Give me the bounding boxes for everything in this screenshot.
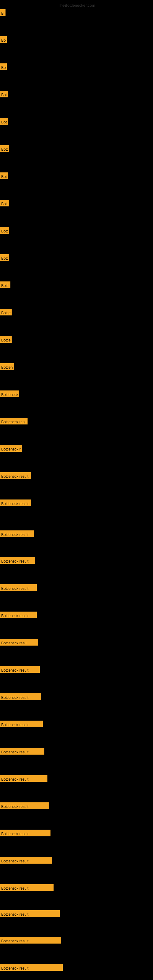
- bottleneck-label-22: Bottleneck result: [0, 584, 37, 591]
- bottleneck-label-28: Bottleneck result: [0, 748, 45, 755]
- bottleneck-label-20: Bottleneck result: [0, 530, 33, 537]
- bottleneck-label-23: Bottleneck result: [0, 612, 37, 618]
- bottleneck-label-35: Bottleneck result: [0, 937, 61, 943]
- bottleneck-label-31: Bottleneck result: [0, 830, 51, 836]
- bottleneck-label-8: Bott: [0, 200, 9, 207]
- bottleneck-label-21: Bottleneck result: [0, 557, 35, 564]
- bottleneck-label-3: Bo: [0, 64, 7, 70]
- bottleneck-label-1: B: [0, 9, 5, 16]
- bottleneck-label-19: Bottleneck result: [0, 500, 31, 506]
- bottleneck-label-32: Bottleneck result: [0, 857, 52, 864]
- bottleneck-label-16: Bottleneck resu: [0, 418, 27, 425]
- bottleneck-label-17: Bottleneck r: [0, 445, 22, 452]
- bottleneck-label-2: Bo: [0, 36, 7, 43]
- bottleneck-label-26: Bottleneck result: [0, 694, 41, 700]
- bottleneck-label-11: Bottl: [0, 282, 10, 288]
- bottleneck-label-24: Bottleneck resu: [0, 639, 38, 646]
- bottleneck-label-5: Bot: [0, 118, 8, 125]
- bottleneck-label-30: Bottleneck result: [0, 802, 49, 809]
- bottleneck-label-6: Bott: [0, 145, 9, 152]
- bottleneck-label-9: Bott: [0, 227, 9, 234]
- bottleneck-label-14: Bottlen: [0, 363, 14, 370]
- bottleneck-label-18: Bottleneck result: [0, 472, 31, 479]
- bottleneck-label-29: Bottleneck result: [0, 775, 48, 782]
- bottleneck-label-7: Bot: [0, 172, 8, 179]
- bottleneck-label-27: Bottleneck result: [0, 721, 43, 727]
- bottleneck-label-36: Bottleneck result: [0, 964, 63, 971]
- bottleneck-label-33: Bottleneck result: [0, 884, 54, 891]
- site-title: TheBottlenecker.com: [57, 2, 96, 8]
- bottleneck-label-10: Bott: [0, 254, 9, 261]
- bottleneck-label-4: Bot: [0, 91, 8, 97]
- bottleneck-label-25: Bottleneck result: [0, 666, 40, 673]
- bottleneck-label-15: Bottleneck: [0, 390, 19, 397]
- bottleneck-label-12: Bottle: [0, 309, 12, 315]
- bottleneck-label-13: Bottle: [0, 336, 12, 343]
- bottleneck-label-34: Bottleneck result: [0, 910, 60, 917]
